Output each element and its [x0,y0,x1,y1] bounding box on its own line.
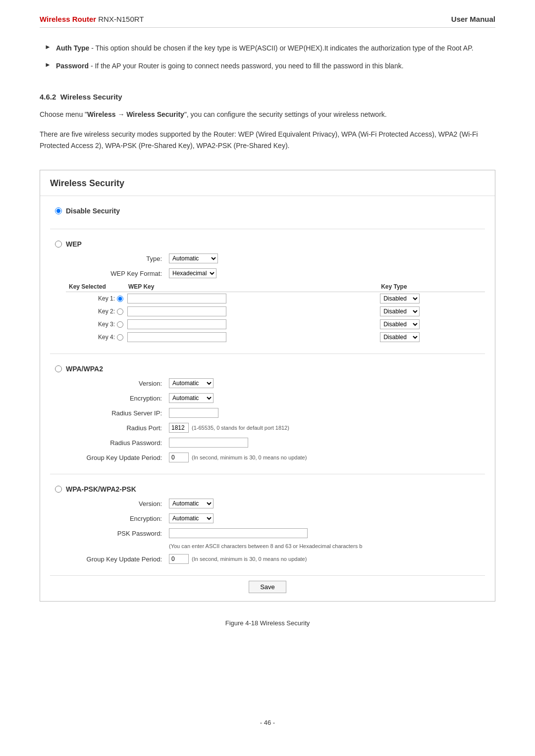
disable-security-section: Disable Security [40,201,495,224]
wep-type-select[interactable]: Automatic Open System Shared Key [169,253,218,263]
wep-section: WEP Type: Automatic Open System Shared K… [40,234,495,349]
wep-key-format-select[interactable]: Hexadecimal ASCII [169,268,216,278]
key3-text-input[interactable] [127,319,226,329]
key4-type-select[interactable]: Disabled64-bit128-bit152-bit [380,332,420,342]
psk-version-select[interactable]: AutomaticWPA-PSKWPA2-PSK [169,499,214,508]
col-wep-key: WEP Key [125,282,378,292]
psk-group-key-input[interactable] [169,554,189,564]
bullet-text-password: Password - If the AP your Router is goin… [56,60,404,71]
wpa-section: WPA/WPA2 Version: AutomaticWPAWPA2 Encry… [40,359,495,469]
wpa-version-value: AutomaticWPAWPA2 [169,377,485,390]
wep-form-grid: Type: Automatic Open System Shared Key W… [66,252,485,280]
key2-wep-input [125,305,378,318]
wep-key-row-1: Key 1: Disabled64-bit128-bit152-bit [66,292,485,305]
radius-pwd-label: Radius Password: [66,437,165,449]
save-button[interactable]: Save [249,581,286,593]
key3-label: Key 3: [66,318,125,331]
wpa-psk-radio[interactable] [55,486,62,493]
wpa-psk-radio-label[interactable]: WPA-PSK/WPA2-PSK [55,485,485,493]
key2-text-input[interactable] [127,306,226,316]
disable-security-radio[interactable] [55,207,62,214]
page-header: Wireless Router RNX-N150RT User Manual [40,15,495,28]
key2-radio[interactable] [117,308,123,315]
key2-type: Disabled64-bit128-bit152-bit [378,305,485,318]
section-heading: 4.6.2 Wireless Security [40,93,495,101]
key3-type-select[interactable]: Disabled64-bit128-bit152-bit [380,319,420,329]
radius-port-value: (1-65535, 0 stands for default port 1812… [169,421,485,434]
key1-type: Disabled64-bit128-bit152-bit [378,292,485,305]
wep-radio-label[interactable]: WEP [55,240,485,248]
psk-group-key-value: (In second, minimum is 30, 0 means no up… [169,553,485,565]
wpa-version-select[interactable]: AutomaticWPAWPA2 [169,378,214,388]
key4-text-input[interactable] [127,332,226,342]
wep-key-row-4: Key 4: Disabled64-bit128-bit152-bit [66,331,485,344]
col-key-type: Key Type [378,282,485,292]
psk-encryption-value: AutomaticTKIPAES [169,512,485,525]
page-number: - 46 - [40,704,495,726]
key4-type: Disabled64-bit128-bit152-bit [378,331,485,344]
radius-ip-label: Radius Server IP: [66,407,165,419]
wpa-version-label: Version: [66,378,165,389]
key2-label: Key 2: [66,305,125,318]
psk-password-input[interactable] [169,528,308,538]
key3-type: Disabled64-bit128-bit152-bit [378,318,485,331]
psk-hint-note: (You can enter ASCII characters between … [169,543,362,549]
wep-type-value: Automatic Open System Shared Key [169,252,485,265]
wpa-group-key-input[interactable] [169,453,189,462]
wpa-form-grid: Version: AutomaticWPAWPA2 Encryption: Au… [66,377,485,464]
wpa-radio-label[interactable]: WPA/WPA2 [55,365,485,373]
wpa-group-key-note: (In second, minimum is 30, 0 means no up… [192,454,307,460]
wireless-security-panel: Wireless Security Disable Security WEP T… [40,170,495,602]
wep-radio[interactable] [55,241,62,248]
bullet-arrow-2: ► [45,61,51,68]
wpa-radio[interactable] [55,365,62,372]
header-left: Wireless Router RNX-N150RT [40,15,144,23]
divider-1 [50,229,485,229]
psk-hint-text: (You can enter ASCII characters between … [169,542,485,551]
psk-password-value [169,527,485,540]
password-term: Password [56,62,89,70]
key4-wep-input [125,331,378,344]
wireless-router-label: Wireless Router [40,15,96,23]
wep-key-table-container: Key Selected WEP Key Key Type Key 1: Dis… [66,282,485,344]
psk-password-label: PSK Password: [66,528,165,539]
psk-encryption-select[interactable]: AutomaticTKIPAES [169,513,214,523]
wpa-label: WPA/WPA2 [66,365,103,373]
wpa-group-key-value: (In second, minimum is 30, 0 means no up… [169,451,485,464]
wep-label: WEP [66,240,82,248]
key4-radio[interactable] [117,334,123,341]
divider-3 [50,474,485,474]
radius-port-note: (1-65535, 0 stands for default port 1812… [192,425,289,431]
disable-security-label[interactable]: Disable Security [55,207,485,215]
radius-ip-input[interactable] [169,408,218,418]
bullet-section: ► Auth Type - This option should be chos… [40,43,495,79]
model-label: RNX-N150RT [96,15,144,23]
wpa-group-key-label: Group Key Update Period: [66,452,165,463]
psk-group-key-label: Group Key Update Period: [66,554,165,565]
radius-pwd-input[interactable] [169,438,248,448]
wep-key-format-label: WEP Key Format: [66,268,165,279]
col-key-selected: Key Selected [66,282,125,292]
key1-radio[interactable] [117,296,123,302]
psk-group-key-note: (In second, minimum is 30, 0 means no up… [192,556,307,562]
bullet-arrow-1: ► [45,43,51,50]
key1-type-select[interactable]: Disabled64-bit128-bit152-bit [380,294,420,303]
radius-pwd-value [169,436,485,449]
wep-key-format-value: Hexadecimal ASCII [169,267,485,280]
key1-text-input[interactable] [127,294,226,303]
key3-radio[interactable] [117,321,123,328]
wep-type-label: Type: [66,253,165,264]
psk-hint-label [66,544,165,548]
figure-caption: Figure 4-18 Wireless Security [40,619,495,627]
key3-wep-input [125,318,378,331]
wep-key-row-2: Key 2: Disabled64-bit128-bit152-bit [66,305,485,318]
disable-security-text: Disable Security [66,207,120,215]
radius-port-input[interactable] [169,423,189,433]
wpa-encryption-label: Encryption: [66,393,165,404]
wpa-encryption-select[interactable]: AutomaticTKIPAES [169,393,214,403]
divider-4 [50,575,485,576]
authtype-term: Auth Type [56,44,89,52]
panel-title: Wireless Security [40,170,495,196]
psk-encryption-label: Encryption: [66,513,165,524]
key2-type-select[interactable]: Disabled64-bit128-bit152-bit [380,306,420,316]
